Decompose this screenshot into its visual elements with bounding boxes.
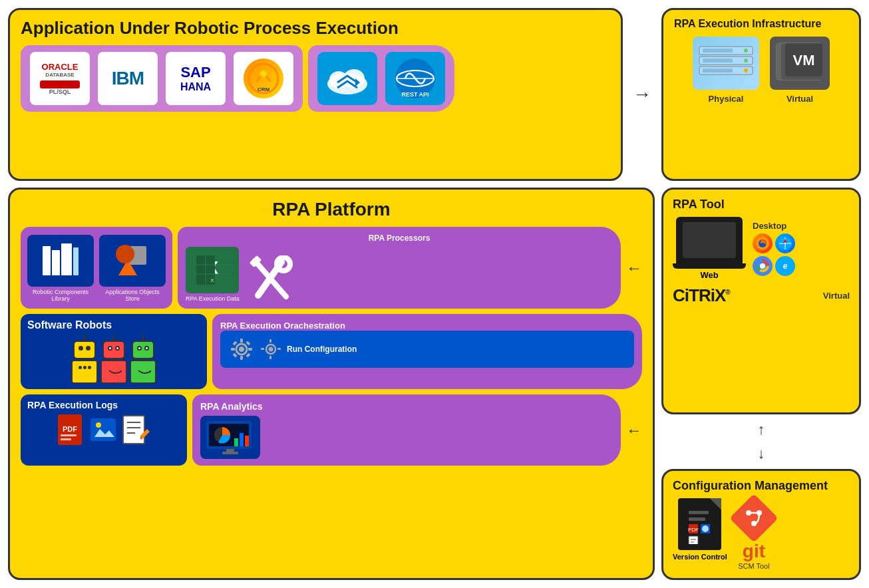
svg-point-84 [760,263,765,269]
citrix-virtual-label: Virtual [823,291,850,301]
svg-rect-26 [52,250,60,275]
run-config-label: Run Configuration [287,345,357,354]
web-label: Web [700,270,718,280]
virtual-item: VM Virtual [770,37,830,104]
app-objects-label: Applications ObjectsStore [105,289,160,302]
svg-rect-58 [277,348,281,350]
svg-rect-46 [240,356,243,360]
excel-svg: X X [191,250,234,290]
svg-rect-57 [261,348,264,350]
robot-green [130,334,156,384]
eye-right [144,346,149,351]
svg-text:CRM: CRM [258,86,270,92]
svg-text:e: e [783,261,788,271]
robotic-components-item: Robotic ComponentsLibrary [27,235,94,302]
cloud-icon-box [317,52,377,105]
config-mgmt-title: Configuration Management [673,479,850,493]
svg-text:PDF: PDF [688,527,699,533]
ie-icon: e [775,256,795,276]
physical-label: Physical [709,94,744,104]
tool-icons-grid: Web Desktop [673,217,850,280]
dot1 [79,366,82,369]
orchestration-section: RPA Execution Orachestration [212,314,642,389]
laptop-base [673,263,746,269]
svg-rect-55 [269,339,271,343]
svg-rect-73 [240,433,244,446]
logs-section: RPA Execution Logs PDF [21,394,187,466]
infra-icons-row: Physical VM Virtual [674,37,848,104]
svg-rect-72 [234,438,238,446]
eye-left [137,346,142,351]
small-gear-svg [259,337,283,361]
scm-label: SCM Tool [738,562,769,570]
rpa-infra-section: RPA Execution Infrastructure [661,8,861,181]
svg-point-16 [744,69,748,73]
mouth-svg [106,365,122,378]
platform-inner: Robotic ComponentsLibrary [21,227,642,588]
pdf-svg: PDF [57,413,87,446]
svg-point-31 [116,245,134,263]
svg-rect-17 [703,49,733,53]
robot-yellow [71,334,98,384]
svg-rect-76 [222,452,238,454]
rpa-execution-data-label: RPA Execution Data [186,295,240,302]
eye-left [108,346,112,351]
tools-icon [245,255,298,302]
svg-point-92 [702,525,709,532]
logs-icons: PDF [27,413,180,446]
robot-red-head [102,341,125,359]
svg-rect-74 [245,436,249,446]
robotic-components-label: Robotic ComponentsLibrary [33,289,88,302]
svg-point-54 [269,347,273,352]
svg-text:X: X [210,277,214,283]
svg-rect-87 [689,511,709,514]
image-svg [89,413,119,446]
app-under-rpa-title: Application Under Robotic Process Execut… [21,18,610,39]
main-container: Application Under Robotic Process Execut… [0,0,869,588]
server-svg [696,40,756,86]
orchestration-title: RPA Execution Orachestration [220,321,634,331]
rpa-tool-title: RPA Tool [673,198,850,212]
svg-rect-75 [226,449,234,452]
analytics-section: RPA Analytics [192,394,621,466]
top-section-arrow: → [629,8,655,181]
robot-yellow-head [73,341,96,359]
citrix-logo: CiTRiX® [673,285,730,306]
physical-server-icon [693,37,759,90]
top-row: Application Under Robotic Process Execut… [8,8,861,181]
svg-rect-28 [73,247,79,275]
laptop-icon [676,217,743,263]
dot3 [88,366,91,369]
svg-rect-48 [248,348,252,351]
git-diamond-container [734,498,774,538]
crm-icon-box: CRM [234,52,293,105]
robot-green-body [130,360,156,384]
crm-logo: CRM [244,59,283,98]
software-robots-section: Software Robots [21,314,207,389]
rpa-platform-section: RPA Platform [8,188,655,580]
right-column: RPA Tool Web Desktop [661,188,861,580]
doc-content-svg: PDF [683,504,717,544]
vertical-arrow-down: ↓ [661,445,861,462]
row3-arrow: ← [626,394,642,466]
eye-right [86,346,90,351]
robot-red-body [100,360,127,384]
rpa-tool-section: RPA Tool Web Desktop [661,188,861,414]
svg-text:VM: VM [793,52,815,69]
svg-rect-62 [61,438,71,440]
svg-rect-52 [246,341,250,345]
svg-rect-51 [232,353,237,357]
edit-svg [122,413,152,446]
dot2 [83,366,87,369]
library-svg [37,241,84,281]
app-icons-row: ORACLE DATABASE PL/SQL IBM SAP [21,45,610,112]
desktop-item: Desktop [753,221,795,276]
svg-rect-25 [43,246,51,275]
desktop-label: Desktop [753,221,795,231]
svg-point-15 [744,59,748,63]
tools-svg [245,255,298,302]
config-icons: PDF Version Control [673,498,850,570]
svg-rect-56 [269,356,271,359]
ibm-icon-box: IBM [98,52,158,105]
sap-icon-box: SAP HANA [166,52,226,105]
